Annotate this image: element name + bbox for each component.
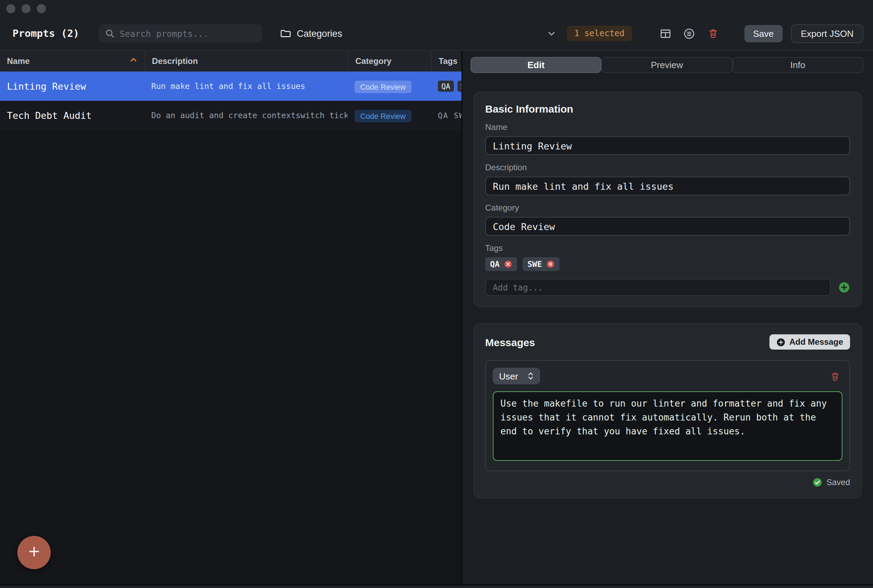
window-bottom-edge (0, 585, 873, 588)
saved-label: Saved (826, 477, 850, 487)
tab-edit[interactable]: Edit (471, 57, 602, 73)
add-message-button[interactable]: Add Message (769, 334, 850, 350)
row-name: Tech Debt Audit (0, 110, 144, 121)
categories-label: Categories (297, 28, 342, 39)
tag-chip: SWE (523, 257, 560, 271)
tags-text: QA SWE (438, 111, 462, 120)
name-field[interactable] (485, 136, 850, 155)
row-category: Code Review (348, 109, 431, 122)
header-toolbar: Prompts (2) Categories 1 selected (0, 16, 873, 50)
table-row[interactable]: Tech Debt Audit Do an audit and create c… (0, 101, 462, 130)
messages-card: Messages Add Message User (473, 323, 862, 498)
row-description: Run make lint and fix all issues (144, 81, 348, 91)
updown-chevrons-icon (528, 371, 534, 381)
plus-icon: + (28, 542, 40, 562)
sort-ascending-icon (129, 56, 137, 66)
tag-list: QA SWE (485, 257, 850, 271)
table-row[interactable]: Linting Review Run make lint and fix all… (0, 72, 462, 101)
row-description: Do an audit and create contextswitch tic… (144, 111, 348, 120)
tag-chip: QA (485, 257, 517, 271)
delete-message-icon[interactable] (827, 368, 842, 384)
row-tags: QA SWE (431, 111, 462, 120)
save-status: Saved (485, 477, 850, 487)
search-icon (105, 28, 115, 38)
window-close-button[interactable] (6, 4, 15, 13)
editor-panel: Edit Preview Info Basic Information Name… (462, 51, 873, 588)
category-label: Category (485, 203, 850, 213)
remove-tag-icon[interactable] (546, 260, 554, 268)
prompt-list-panel: Name Description Category Tags Linting R… (0, 51, 462, 588)
list-view-icon[interactable] (681, 26, 697, 41)
folder-icon (280, 28, 291, 39)
window-minimize-button[interactable] (21, 4, 31, 13)
row-tags: QA SWE (431, 81, 462, 92)
selected-count-badge: 1 selected (567, 26, 632, 41)
column-header-name[interactable]: Name (0, 51, 144, 71)
tags-label: Tags (485, 243, 850, 253)
basic-information-heading: Basic Information (485, 103, 850, 115)
category-field[interactable] (485, 217, 850, 236)
plus-circle-icon (776, 338, 785, 346)
add-tag-icon[interactable] (838, 282, 850, 293)
tab-info[interactable]: Info (732, 57, 863, 73)
table-view-icon[interactable] (658, 26, 673, 41)
add-prompt-button[interactable]: + (17, 536, 51, 569)
app-window: Prompts (2) Categories 1 selected (0, 0, 873, 588)
remove-tag-icon[interactable] (504, 260, 512, 268)
export-json-button[interactable]: Export JSON (791, 24, 863, 43)
name-label: Name (485, 122, 850, 132)
tag-chip: QA (438, 81, 453, 92)
basic-information-card: Basic Information Name Description Categ… (473, 92, 862, 307)
messages-heading: Messages (485, 336, 535, 348)
category-badge: Code Review (354, 80, 411, 93)
message-content-textarea[interactable]: Use the makefile to run our linter and f… (493, 391, 842, 461)
saved-check-icon (813, 477, 822, 487)
description-field[interactable] (485, 177, 850, 195)
description-label: Description (485, 163, 850, 172)
search-box[interactable] (99, 24, 262, 42)
table-header: Name Description Category Tags (0, 51, 462, 72)
page-title: Prompts (2) (12, 28, 79, 39)
titlebar (0, 0, 873, 16)
column-header-description[interactable]: Description (144, 51, 348, 71)
category-badge: Code Review (354, 110, 411, 122)
column-header-tags[interactable]: Tags (431, 51, 462, 71)
role-select[interactable]: User (493, 368, 540, 384)
save-button[interactable]: Save (744, 25, 783, 42)
categories-button[interactable]: Categories (280, 28, 342, 39)
delete-icon[interactable] (705, 26, 720, 41)
editor-tabs: Edit Preview Info (471, 57, 863, 73)
column-header-category[interactable]: Category (348, 51, 431, 71)
row-name: Linting Review (0, 81, 144, 92)
add-tag-input[interactable] (485, 279, 831, 296)
tab-preview[interactable]: Preview (602, 57, 733, 73)
window-zoom-button[interactable] (37, 4, 46, 13)
tag-chip: SWE (457, 81, 462, 92)
chevron-down-icon[interactable] (544, 26, 559, 41)
search-input[interactable] (120, 28, 256, 39)
message-item: User Use the makefile to run our linter … (485, 360, 850, 471)
row-category: Code Review (348, 80, 431, 93)
